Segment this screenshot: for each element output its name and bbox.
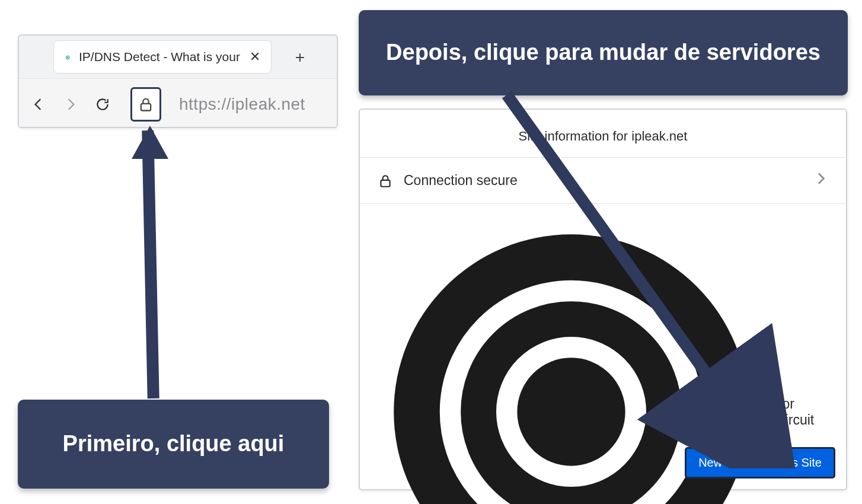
annotation-callout-second: Depois, clique para mudar de servidores: [359, 10, 848, 95]
site-identity-lock-button[interactable]: [130, 87, 161, 122]
new-tab-button[interactable]: +: [288, 46, 312, 69]
svg-rect-1: [381, 180, 390, 186]
annotation-callout-first: Primeiro, clique aqui: [18, 400, 329, 489]
annotation-text: Primeiro, clique aqui: [63, 430, 285, 458]
tab-close-icon[interactable]: ✕: [247, 49, 263, 65]
svg-rect-0: [141, 103, 151, 110]
toolbar: https://ipleak.net: [19, 78, 337, 128]
reload-button[interactable]: [94, 95, 111, 113]
tab-title: IP/DNS Detect - What is your IP,: [79, 50, 241, 64]
connection-secure-label: Connection secure: [404, 173, 518, 189]
browser-toolbar-panel: ⎈ IP/DNS Detect - What is your IP, ✕ + h…: [18, 34, 338, 128]
annotation-arrow: [142, 130, 159, 398]
chevron-right-icon: [813, 171, 828, 190]
nav-back-button[interactable]: [30, 95, 47, 113]
nav-forward-button[interactable]: [62, 95, 79, 113]
site-information-panel: Site information for ipleak.net Connecti…: [359, 109, 847, 490]
browser-tab[interactable]: ⎈ IP/DNS Detect - What is your IP, ✕: [53, 40, 272, 74]
tor-circuit-label: Tor Circuit: [775, 396, 828, 428]
lock-icon: [138, 96, 154, 113]
tab-strip: ⎈ IP/DNS Detect - What is your IP, ✕ +: [19, 36, 337, 78]
site-info-header: Site information for ipleak.net: [360, 129, 846, 157]
annotation-arrow-head-icon: [132, 126, 168, 159]
annotation-text: Depois, clique para mudar de servidores: [386, 39, 821, 67]
url-bar-text[interactable]: https://ipleak.net: [179, 95, 305, 114]
lock-icon: [378, 173, 393, 189]
new-circuit-button[interactable]: New Circuit for this Site: [685, 447, 835, 479]
favicon-icon: ⎈: [62, 52, 73, 62]
connection-secure-row[interactable]: Connection secure: [360, 157, 846, 203]
